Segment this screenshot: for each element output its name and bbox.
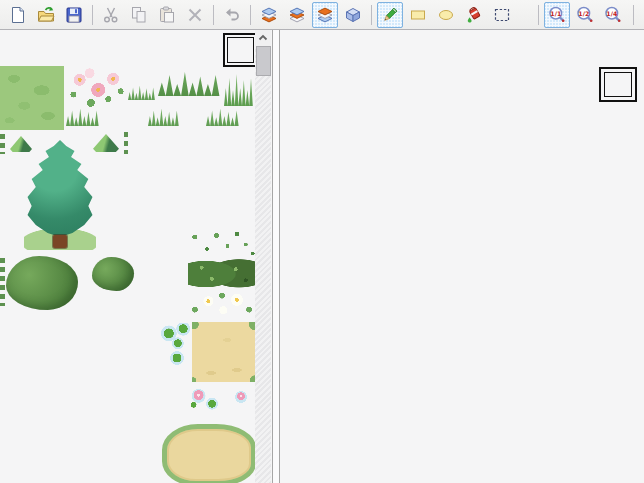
svg-text:1/1: 1/1 xyxy=(550,9,561,16)
toolbar-button-new[interactable] xyxy=(5,2,31,28)
map-cursor xyxy=(599,67,637,102)
map-editor-window: 1/11/21/4 xyxy=(0,0,644,483)
palette-tile-grass-dense[interactable] xyxy=(158,66,222,96)
toolbar-button-select[interactable] xyxy=(489,2,515,28)
palette-tile-bush-small[interactable] xyxy=(92,257,134,291)
palette-tile-water-lily-small[interactable] xyxy=(230,390,252,404)
toolbar-button-zoom-1-4[interactable]: 1/4 xyxy=(600,2,626,28)
panel-splitter[interactable] xyxy=(273,30,280,483)
toolbar-button-save[interactable] xyxy=(61,2,87,28)
palette-tile-edge-leaf[interactable] xyxy=(0,134,5,154)
toolbar-button-layer1[interactable] xyxy=(256,2,282,28)
toolbar-button-undo xyxy=(219,2,245,28)
toolbar-separator xyxy=(92,5,93,25)
open-folder-icon xyxy=(37,6,55,24)
toolbar-separator xyxy=(213,5,214,25)
toolbar-button-layer2[interactable] xyxy=(284,2,310,28)
ellipse-icon xyxy=(437,6,455,24)
new-file-icon xyxy=(9,6,27,24)
toolbar-button-event-layer[interactable] xyxy=(340,2,366,28)
select-icon xyxy=(493,6,511,24)
toolbar-button-paste xyxy=(154,2,180,28)
palette-tile-edge-leaf[interactable] xyxy=(0,258,5,306)
palette-scrollbar[interactable] xyxy=(255,30,271,483)
zoom-icon: 1/2 xyxy=(576,6,594,24)
palette-tile-tree[interactable] xyxy=(24,140,96,250)
toolbar-button-cut xyxy=(98,2,124,28)
palette-tile-grass-tuft[interactable] xyxy=(148,104,180,126)
toolbar-button-ellipse[interactable] xyxy=(433,2,459,28)
palette-tile-foliage-dense[interactable] xyxy=(188,258,256,290)
layer2-icon xyxy=(288,6,306,24)
paste-icon xyxy=(158,6,176,24)
map-cursor-inner xyxy=(604,72,632,97)
toolbar-button-database[interactable] xyxy=(639,2,644,28)
editor-content xyxy=(0,30,644,483)
layer3-icon xyxy=(316,6,334,24)
palette-tile-lily-pads[interactable] xyxy=(158,323,194,349)
toolbar-button-layer3[interactable] xyxy=(312,2,338,28)
toolbar-button-rectangle[interactable] xyxy=(405,2,431,28)
toolbar-separator xyxy=(633,5,634,25)
toolbar-button-zoom-1-2[interactable]: 1/2 xyxy=(572,2,598,28)
palette-tile-white-flowers[interactable] xyxy=(188,290,256,318)
toolbar-button-copy xyxy=(126,2,152,28)
pencil-icon xyxy=(381,6,399,24)
undo-icon xyxy=(223,6,241,24)
palette-tile-leaves-scatter[interactable] xyxy=(188,228,256,258)
toolbar-button-flood-fill[interactable] xyxy=(461,2,487,28)
event-layer-icon xyxy=(344,6,362,24)
copy-icon xyxy=(130,6,148,24)
delete-icon xyxy=(186,6,204,24)
palette-tile-bush[interactable] xyxy=(6,256,78,310)
toolbar-button-zoom-1-1[interactable]: 1/1 xyxy=(544,2,570,28)
palette-tile-grass-tuft[interactable] xyxy=(128,82,156,100)
svg-text:1/2: 1/2 xyxy=(578,9,589,16)
toolbar-separator xyxy=(538,5,539,25)
scrollbar-thumb[interactable] xyxy=(256,46,271,76)
scrollbar-up-button[interactable] xyxy=(255,30,271,46)
tileset-palette[interactable] xyxy=(0,30,273,483)
toolbar-button-pencil[interactable] xyxy=(377,2,403,28)
palette-tile-flowers-pink[interactable] xyxy=(66,66,128,112)
palette-selection-cursor xyxy=(223,33,258,67)
map-canvas[interactable] xyxy=(280,30,644,483)
palette-tile-sand-square[interactable] xyxy=(192,322,256,382)
toolbar-separator xyxy=(371,5,372,25)
palette-tile-edge-leaf[interactable] xyxy=(124,132,128,154)
palette-tile-mound[interactable] xyxy=(93,134,119,152)
cut-icon xyxy=(102,6,120,24)
toolbar-button-open[interactable] xyxy=(33,2,59,28)
toolbar-button-delete xyxy=(182,2,208,28)
svg-text:1/4: 1/4 xyxy=(606,9,618,16)
palette-tile-grass-square[interactable] xyxy=(0,66,64,130)
layer1-icon xyxy=(260,6,278,24)
toolbar-separator xyxy=(250,5,251,25)
palette-selection-cursor-inner xyxy=(227,37,254,63)
toolbar: 1/11/21/4 xyxy=(0,0,644,30)
palette-tile-sand-island[interactable] xyxy=(162,424,256,483)
palette-tile-water-lily[interactable] xyxy=(186,386,228,412)
chevron-up-icon xyxy=(257,32,269,44)
palette-tile-grass-tuft[interactable] xyxy=(206,104,240,126)
zoom-icon: 1/4 xyxy=(604,6,622,24)
save-icon xyxy=(65,6,83,24)
rectangle-icon xyxy=(409,6,427,24)
palette-tile-fern[interactable] xyxy=(224,66,254,106)
palette-tile-lily-single[interactable] xyxy=(164,350,190,366)
zoom-icon: 1/1 xyxy=(548,6,566,24)
flood-fill-icon xyxy=(465,6,483,24)
